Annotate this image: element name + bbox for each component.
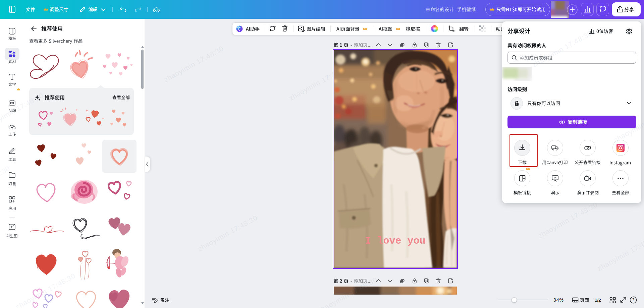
svg-text:?: ? <box>632 298 634 302</box>
